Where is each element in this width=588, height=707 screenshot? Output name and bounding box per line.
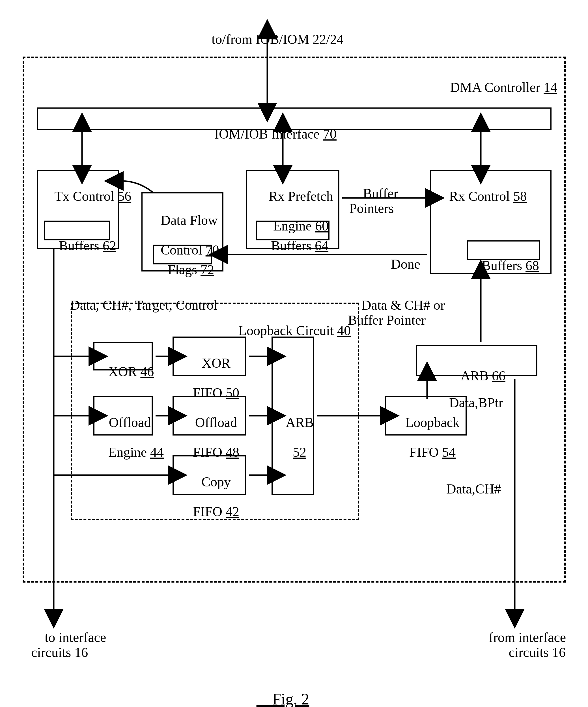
xor-label: XOR 46	[95, 349, 151, 394]
data-bptr-label: Data,BPtr	[435, 380, 506, 425]
dma-controller-title: DMA Controller 14	[430, 65, 557, 110]
to-interface-label: to interface circuits 16	[31, 615, 110, 675]
figure-caption: Fig. 2	[255, 673, 311, 707]
arb-52-label: ARB 52	[273, 400, 313, 475]
done-label: Done	[376, 242, 421, 287]
data-ch-or-label: Data & CH# or Buffer Pointer	[348, 283, 455, 342]
buffer-pointers-label: Buffer Pointers	[349, 171, 428, 231]
top-iob-label: to/from IOB/IOM 22/24	[198, 17, 339, 62]
tx-control-label: Tx Control 56	[41, 174, 118, 218]
from-interface-label: from interface circuits 16	[475, 615, 566, 675]
data-ch-label: Data,CH#	[433, 467, 503, 511]
buffers-62-label: Buffers 62	[45, 224, 109, 268]
offload-engine-label: Offload Engine 44	[95, 400, 151, 475]
buffers-64-label: Buffers 64	[257, 224, 328, 268]
iom-iob-interface-label: IOM/IOB Interface 70	[198, 112, 339, 157]
copy-fifo-label: Copy FIFO 42	[174, 460, 244, 534]
rx-control-label: Rx Control 58	[435, 174, 549, 218]
buffers-68-label: Buffers 68	[468, 243, 539, 288]
